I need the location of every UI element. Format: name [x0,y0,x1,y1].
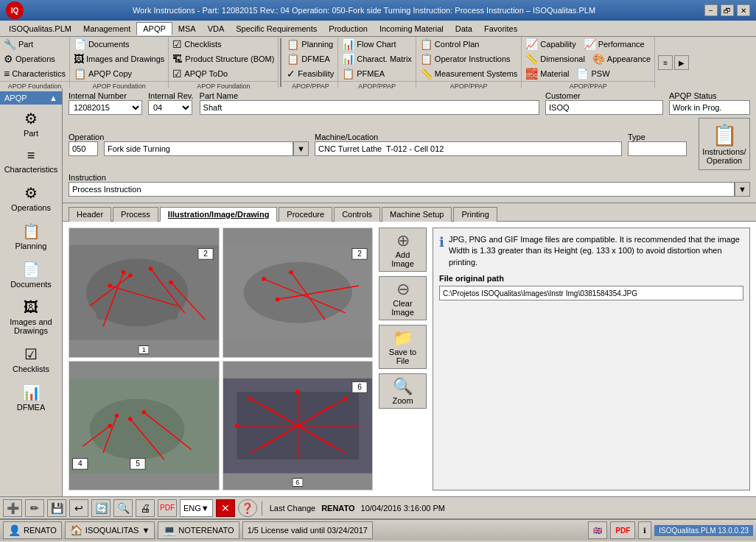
menu-vda[interactable]: VDA [202,23,231,35]
toolbar-checklists[interactable]: ☑ Checklists [169,37,225,52]
toolbar-dimensional[interactable]: 📏 Dimensional [522,52,589,66]
image-cell-3[interactable]: 4 5 [69,361,220,491]
close-button[interactable]: ✕ [737,4,750,16]
toolbar-charact-matrix[interactable]: 📊 Charact. Matrix [338,52,416,66]
tab-illustration[interactable]: Illustration/Image/Drawing [160,207,278,222]
toolbar-apqp-copy[interactable]: 📋 APQP Copy [70,66,136,81]
taskbar-noterenato[interactable]: 💻 NOTERENATO [158,521,239,539]
toolbar-documents[interactable]: 📄 Documents [70,37,133,52]
machine-location-input[interactable] [315,141,622,156]
documents-sidebar-icon: 📄 [22,261,41,278]
language-dropdown[interactable]: ▼ [201,504,209,513]
instruction-input[interactable] [69,182,735,197]
svg-point-12 [169,281,173,285]
restore-button[interactable]: 🗗 [721,4,734,16]
toolbar-feasibility[interactable]: ✓ Feasibility [283,66,337,81]
toolbar-material[interactable]: 🧱 Material [522,66,573,81]
zoom-button[interactable]: 🔍 Zoom [379,373,427,409]
part-name-input[interactable] [200,100,539,115]
help-button[interactable]: ❓ [238,499,257,517]
toolbar-measurement[interactable]: 📏 Measurement Systems [416,66,521,81]
toolbar-flow-chart[interactable]: 📊 Flow Chart [338,37,399,52]
taskbar-flag[interactable]: 🇬🇧 [588,521,607,539]
sidebar-item-dfmea[interactable]: 📊 DFMEA [0,379,62,417]
clear-image-button[interactable]: ⊖ ClearImage [379,276,427,320]
image-cell-2[interactable]: 2 [223,228,374,358]
delete-button[interactable]: ✕ [216,499,235,517]
toolbar-product-structure[interactable]: 🏗 Product Structure (BOM) [169,52,278,66]
menu-specific[interactable]: Specific Requirements [230,23,323,35]
operation-name-input[interactable] [104,141,293,156]
last-change-date: 10/04/2016 3:16:00 PM [361,504,445,513]
taskbar-info[interactable]: ℹ [638,521,651,539]
internal-rev-select[interactable]: 04 [148,100,192,115]
tab-printing[interactable]: Printing [453,207,497,222]
menu-management[interactable]: Management [77,23,136,35]
toolbar-characteristics[interactable]: ≡ Characteristics [0,66,69,81]
toolbar-control-plan[interactable]: 📋 Control Plan [416,37,483,52]
taskbar-pdf[interactable]: PDF [610,521,635,539]
taskbar-dropdown-icon[interactable]: ▼ [141,526,150,535]
add-image-button[interactable]: ⊕ AddImage [379,228,427,272]
save-to-file-button[interactable]: 📁 Save toFile [379,325,427,369]
tab-process[interactable]: Process [113,207,158,222]
sidebar-item-images[interactable]: 🖼 Images andDrawings [0,294,62,340]
menu-incoming[interactable]: Incoming Material [374,23,449,35]
toolbar-operations[interactable]: ⚙ Operations [0,52,59,66]
toolbar-dfmea[interactable]: 📋 DFMEA [283,52,334,66]
refresh-button[interactable]: 🔄 [91,499,111,517]
toolbar-images[interactable]: 🖼 Images and Drawings [70,52,168,66]
menu-data[interactable]: Data [449,23,478,35]
menu-favorites[interactable]: Favorites [478,23,523,35]
toolbar-capability[interactable]: 📈 Capability [522,37,579,52]
toolbar-pfmea[interactable]: 📋 PFMEA [338,66,388,81]
tab-controls[interactable]: Controls [334,207,380,222]
menu-apqp[interactable]: APQP [136,22,172,35]
operation-code-input[interactable] [69,141,98,156]
sidebar-item-planning[interactable]: 📋 Planning [0,217,62,256]
taskbar-renato[interactable]: 👤 RENATO [3,521,62,539]
toolbar-operator-instr[interactable]: 📋 Operator Instructions [416,52,514,66]
operation-dropdown-icon[interactable]: ▼ [293,141,309,156]
instructions-operation-button[interactable]: 📋 Instructions/Operation [699,118,750,170]
print-button[interactable]: 🖨 [136,499,155,517]
image-cell-4[interactable]: 6 6 [223,361,374,491]
discard-button[interactable]: ↩ [69,499,88,517]
sidebar-collapse-icon[interactable]: ▲ [49,94,57,102]
customer-input[interactable] [545,100,663,115]
sidebar-item-checklists[interactable]: ☑ Checklists [0,340,62,379]
sidebar-item-part[interactable]: ⚙ Part [0,105,62,143]
taskbar: 👤 RENATO 🏠 ISOQUALITAS ▼ 💻 NOTERENATO 1/… [0,518,756,541]
toolbar-extra1[interactable]: ≡ [658,55,673,70]
pdf-button[interactable]: PDF [158,499,177,517]
toolbar-extra2[interactable]: ▶ [674,55,689,70]
svg-point-32 [141,410,146,415]
sidebar-item-characteristics[interactable]: ≡ Characteristics [0,143,62,179]
menu-isoqualitas[interactable]: ISOQualitas.PLM [3,23,77,35]
minimize-button[interactable]: − [704,4,718,16]
toolbar-appearance[interactable]: 🎨 Appearance [589,52,654,66]
save-button[interactable]: 💾 [47,499,66,517]
toolbar-apqp-todo[interactable]: ☑ APQP ToDo [169,66,231,81]
toolbar-psw[interactable]: 📄 PSW [573,66,613,81]
menu-production[interactable]: Production [323,23,374,35]
toolbar-part[interactable]: 🔧 Part [0,37,37,52]
toolbar-planning[interactable]: 📋 Planning [283,37,337,52]
taskbar-isoqualitas[interactable]: 🏠 ISOQUALITAS ▼ [65,521,155,539]
sidebar-item-operations[interactable]: ⚙ Operations [0,179,62,217]
image-cell-1[interactable]: 2 1 [69,228,220,358]
search-button[interactable]: 🔍 [113,499,133,517]
tab-procedure[interactable]: Procedure [279,207,332,222]
tab-header[interactable]: Header [69,207,111,222]
tab-machine-setup[interactable]: Machine Setup [382,207,452,222]
menu-msa[interactable]: MSA [172,23,202,35]
apqp-status-input[interactable] [669,100,750,115]
edit-button[interactable]: ✏ [25,499,44,517]
sidebar-item-documents[interactable]: 📄 Documents [0,256,62,294]
internal-number-select[interactable]: 12082015 [69,100,142,115]
file-path-input[interactable] [439,286,743,300]
add-button[interactable]: ➕ [3,499,22,517]
type-input[interactable] [628,141,687,156]
instruction-dropdown-icon[interactable]: ▼ [735,182,750,197]
toolbar-performance[interactable]: 📈 Performance [580,37,648,52]
